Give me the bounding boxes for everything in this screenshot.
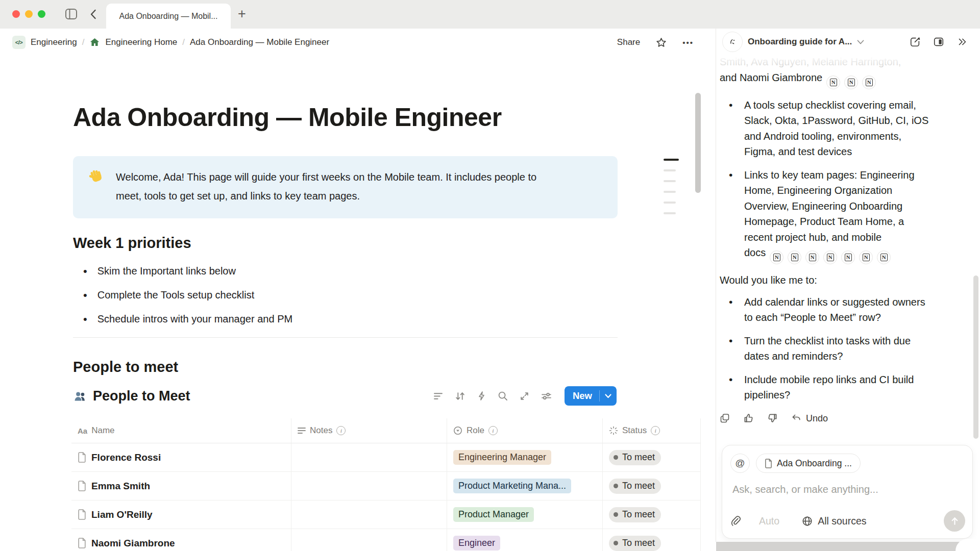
- view-settings-icon[interactable]: [541, 392, 552, 400]
- notes-cell[interactable]: [291, 529, 447, 551]
- role-cell[interactable]: Product Manager: [447, 500, 603, 529]
- ai-prompt-input[interactable]: [731, 483, 958, 496]
- workspace-code-icon[interactable]: </>: [12, 36, 26, 49]
- table-row[interactable]: Liam O'Reilly Product Manager To meet: [71, 500, 701, 529]
- status-tag[interactable]: To meet: [609, 536, 661, 551]
- thumbs-up-icon[interactable]: [743, 413, 754, 423]
- role-tag[interactable]: Product Manager: [453, 507, 534, 522]
- status-cell[interactable]: To meet: [603, 529, 701, 551]
- undo-button[interactable]: Undo: [791, 411, 828, 427]
- favorite-star-icon[interactable]: [655, 37, 667, 48]
- column-header-name[interactable]: Aa Name: [71, 418, 291, 443]
- close-window-button[interactable]: [12, 10, 20, 18]
- row-name[interactable]: Naomi Giambrone: [91, 538, 175, 549]
- row-name[interactable]: Florence Rossi: [91, 452, 161, 463]
- notion-page-badge-icon[interactable]: N: [841, 251, 855, 264]
- attach-icon[interactable]: [730, 515, 741, 527]
- notes-cell[interactable]: [291, 500, 447, 529]
- table-of-contents[interactable]: [664, 159, 679, 214]
- status-tag[interactable]: To meet: [609, 479, 661, 494]
- toggle-sidebar-icon[interactable]: [65, 9, 77, 19]
- breadcrumb-workspace[interactable]: Engineering: [31, 37, 77, 47]
- role-cell[interactable]: Engineering Manager: [447, 443, 603, 471]
- status-tag[interactable]: To meet: [609, 450, 661, 465]
- context-page-chip[interactable]: Ada Onboarding ...: [756, 454, 861, 473]
- more-options-icon[interactable]: •••: [682, 38, 694, 47]
- new-chat-icon[interactable]: [910, 36, 921, 47]
- search-icon[interactable]: [498, 391, 508, 401]
- row-name[interactable]: Emma Smith: [91, 481, 150, 492]
- info-icon[interactable]: i: [488, 426, 498, 435]
- status-cell[interactable]: To meet: [603, 500, 701, 529]
- mention-icon[interactable]: @: [730, 454, 750, 473]
- all-sources-label[interactable]: All sources: [818, 515, 866, 527]
- table-row[interactable]: Emma Smith Product Marketing Mana... To …: [71, 472, 701, 500]
- collapse-panel-icon[interactable]: [957, 36, 968, 47]
- send-button[interactable]: [944, 510, 965, 532]
- toc-dash[interactable]: [664, 169, 676, 171]
- status-cell[interactable]: To meet: [603, 443, 701, 471]
- auto-mode-label[interactable]: Auto: [759, 515, 779, 527]
- role-tag[interactable]: Engineering Manager: [453, 450, 551, 465]
- copy-icon[interactable]: [720, 413, 730, 423]
- active-tab[interactable]: Ada Onboarding — Mobil...: [106, 4, 231, 29]
- toc-dash[interactable]: [664, 212, 676, 214]
- globe-icon[interactable]: [802, 516, 813, 527]
- notion-page-badge-icon[interactable]: N: [862, 76, 876, 89]
- notion-page-badge-icon[interactable]: N: [844, 76, 858, 89]
- row-name[interactable]: Liam O'Reilly: [91, 509, 153, 520]
- sort-icon[interactable]: [455, 391, 465, 401]
- panel-layout-icon[interactable]: [933, 36, 944, 47]
- table-row[interactable]: Naomi Giambrone Engineer To meet: [71, 529, 701, 551]
- notion-page-badge-icon[interactable]: N: [788, 251, 801, 264]
- new-dropdown-chevron-icon[interactable]: [600, 394, 617, 398]
- status-tag[interactable]: To meet: [609, 507, 661, 522]
- thumbs-down-icon[interactable]: [767, 413, 778, 423]
- column-header-role[interactable]: Role i: [447, 418, 603, 443]
- expand-icon[interactable]: [520, 391, 529, 401]
- chevron-down-icon[interactable]: [857, 40, 864, 44]
- toc-dash[interactable]: [664, 159, 679, 161]
- role-tag[interactable]: Product Marketing Mana...: [453, 479, 571, 493]
- notes-cell[interactable]: [291, 443, 447, 471]
- role-cell[interactable]: Engineer: [447, 529, 603, 551]
- toc-dash[interactable]: [664, 202, 676, 204]
- new-tab-button[interactable]: +: [238, 6, 246, 21]
- new-button[interactable]: New: [565, 386, 617, 406]
- database-title[interactable]: People to Meet: [73, 388, 190, 404]
- minimize-window-button[interactable]: [25, 10, 33, 18]
- name-cell[interactable]: Naomi Giambrone: [71, 529, 291, 551]
- name-cell[interactable]: Emma Smith: [71, 472, 291, 500]
- main-scrollbar[interactable]: [695, 93, 701, 193]
- ai-input-card[interactable]: @ Ada Onboarding ... Auto All sources: [722, 445, 973, 539]
- filter-icon[interactable]: [433, 392, 443, 400]
- column-header-notes[interactable]: Notes i: [291, 418, 447, 443]
- notion-page-badge-icon[interactable]: N: [877, 251, 891, 264]
- automation-bolt-icon[interactable]: [477, 391, 486, 401]
- back-icon[interactable]: [90, 9, 96, 19]
- ai-panel-scrollbar[interactable]: [973, 276, 978, 439]
- info-icon[interactable]: i: [651, 426, 660, 435]
- name-cell[interactable]: Florence Rossi: [71, 443, 291, 471]
- notion-page-badge-icon[interactable]: N: [859, 251, 873, 264]
- ai-chat-title[interactable]: Onboarding guide for A...: [748, 37, 852, 47]
- toc-dash[interactable]: [664, 180, 676, 182]
- ai-message-faded-line: Smith, Ava Nguyen, Melanie Harrington,: [720, 54, 974, 70]
- info-icon[interactable]: i: [336, 426, 346, 435]
- column-header-status[interactable]: Status i: [603, 418, 701, 443]
- zoom-window-button[interactable]: [38, 10, 45, 18]
- notes-cell[interactable]: [291, 472, 447, 500]
- notion-page-badge-icon[interactable]: N: [805, 251, 819, 264]
- notion-page-badge-icon[interactable]: N: [770, 251, 783, 264]
- name-cell[interactable]: Liam O'Reilly: [71, 500, 291, 529]
- toc-dash[interactable]: [664, 191, 676, 193]
- notion-page-badge-icon[interactable]: N: [823, 251, 837, 264]
- role-tag[interactable]: Engineer: [453, 536, 500, 550]
- table-row[interactable]: Florence Rossi Engineering Manager To me…: [71, 443, 701, 472]
- status-cell[interactable]: To meet: [603, 472, 701, 500]
- breadcrumb-current[interactable]: Ada Onboarding — Mobile Engineer: [190, 37, 329, 47]
- notion-page-badge-icon[interactable]: N: [826, 76, 840, 89]
- share-button[interactable]: Share: [617, 37, 640, 47]
- breadcrumb-parent[interactable]: Engineering Home: [105, 37, 177, 47]
- role-cell[interactable]: Product Marketing Mana...: [447, 472, 603, 500]
